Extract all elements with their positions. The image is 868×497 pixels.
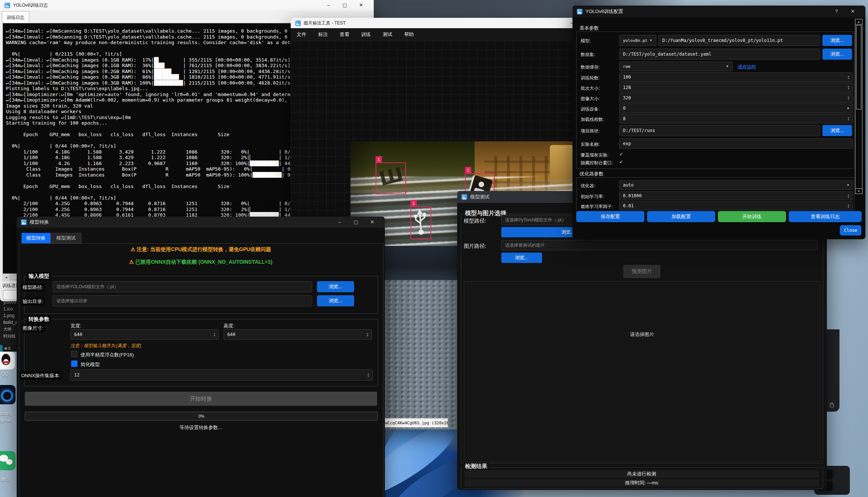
scroll-down-icon[interactable]: ▼ [855,188,862,194]
dataset-input[interactable]: D:/TEST/yolo_dataset/dataset.yaml [619,49,820,60]
hide-console-checkbox[interactable]: ✓ [619,159,623,165]
menu-annotate[interactable]: 标注 [312,31,334,38]
spinner-arrows[interactable] [367,373,369,377]
file-item[interactable]: build_a [0,319,17,326]
timeline-section[interactable]: 时间线 [0,333,17,340]
menu-test[interactable]: 测试 [377,31,398,38]
file-item[interactable]: 1.ico [0,306,17,312]
imgsz-input[interactable]: 320 [619,93,853,103]
status-bar[interactable]: 0 [0,345,17,352]
desktop-icon-wechat[interactable] [0,451,16,470]
spinner-arrows[interactable] [848,116,849,121]
window-title: 模型转换 [30,219,49,226]
log-tab[interactable]: 训练日志 [2,11,29,23]
scroll-thumb[interactable] [856,25,861,109]
spinner-arrows[interactable] [848,75,849,79]
model-combobox[interactable]: yolov8n.pt [619,35,656,46]
app-icon [577,9,582,14]
tab-test[interactable]: 模型测试 [50,233,82,243]
lrf-input[interactable]: 0.01 [619,201,853,210]
browse-model-button[interactable]: 浏览... [822,35,852,46]
overwrite-label: 覆盖现有实验: [581,152,608,158]
app-icon [462,194,467,200]
placeholder-text: 请选择输出目录 [56,298,88,304]
optimizer-combobox[interactable]: auto [619,180,853,190]
load-config-button[interactable]: 加载配置 [647,211,715,222]
workers-input[interactable]: 8 [619,114,853,124]
bounding-box[interactable]: 1 Ш [376,162,406,194]
lr0-input[interactable]: 0.01000 [619,191,853,200]
spinner-arrows[interactable] [848,85,849,90]
spinner-arrows[interactable] [848,96,849,100]
exp-name-input[interactable]: exp [619,138,853,149]
maximize-button[interactable] [337,0,353,10]
height-input[interactable]: 640 [224,329,372,340]
output-dir-input[interactable]: 请选择输出目录 [53,295,312,306]
image-path-input[interactable]: 请选择要测试的图片 [501,240,818,250]
epochs-input[interactable]: 100 [619,72,853,82]
close-dialog-button[interactable]: Close [840,225,861,236]
device-label: 训练设备: [581,106,600,112]
cache-help-link[interactable]: 缓存说明 [738,64,756,70]
spinner-arrows[interactable] [848,194,849,198]
help-button[interactable] [828,6,845,17]
overwrite-checkbox[interactable]: ✓ [619,151,623,157]
menu-view[interactable]: 查看 [334,31,355,38]
tab-conversion[interactable]: 模型转换 [22,233,50,243]
conversion-params-group-label: 转换参数 [27,315,51,323]
minimize-button[interactable] [320,0,337,10]
browse-dataset-button[interactable]: 浏览... [822,49,852,60]
model-conversion-window: 模型转换 模型转换 模型测试 注意: 当前使用CPU模式进行模型转换，避免GPU… [17,217,385,497]
browse-image-button[interactable]: 浏览... [501,253,542,263]
desktop-icon-samsung-magician[interactable] [0,385,16,404]
batch-label: 批次大小: [581,85,600,92]
errors-icon [4,346,7,351]
preview-image-area[interactable]: 请选择图片 [464,281,820,462]
fp16-checkbox[interactable] [71,351,77,357]
close-button[interactable] [353,0,369,10]
onnx-warning: 已禁用ONNX自动下载依赖 (ONNX_NO_AUTOINSTALL=1) [17,259,385,266]
scroll-left-icon[interactable] [3,274,10,280]
browse-output-button[interactable]: 浏览... [317,295,354,306]
view-training-log-button[interactable]: 查看训练日志 [789,211,862,222]
simplify-checkbox[interactable] [71,361,77,367]
menu-file[interactable]: 文件 [291,31,312,38]
desktop-icon-label: QQ [1,372,9,377]
button-label: 开始训练 [742,213,762,220]
project-input[interactable]: D:/TEST/runs [619,125,820,136]
config-scrollbar[interactable]: ▲ ▼ [855,19,862,194]
minimize-button[interactable] [331,217,348,227]
outline-section[interactable]: 大纲 [0,326,17,333]
start-conversion-button[interactable]: 开始转换 [25,392,377,406]
menu-help[interactable]: 帮助 [398,31,420,38]
close-button[interactable] [845,6,861,17]
device-combobox[interactable]: 0 [619,103,853,113]
batch-input[interactable]: 128 [619,83,853,92]
scroll-up-icon[interactable]: ▲ [855,19,862,24]
placeholder-text: 请选择要测试的图片 [505,242,545,249]
model-label: 模型: [581,38,591,44]
width-input[interactable]: 640 [70,329,219,340]
spinner-arrows[interactable] [367,332,368,337]
menu-train[interactable]: 训练 [355,31,377,38]
button-label: 浏览... [831,51,844,57]
close-button[interactable] [364,217,380,227]
spinner-arrows[interactable] [214,332,215,337]
file-item[interactable]: 1.png [0,312,17,319]
desktop-icon-qq[interactable] [0,352,15,369]
model-path-input[interactable]: 请选择YOLOv8模型文件（.pt） [53,281,312,292]
browse-project-button[interactable]: 浏览... [822,125,852,136]
opset-input[interactable]: 12 [70,369,373,381]
predict-button[interactable]: 预测图片 [623,265,660,278]
wechat-bubble-icon [6,459,13,465]
browse-model-button[interactable]: 浏览... [317,281,354,292]
bounding-box[interactable]: 1 [410,206,431,239]
model-path-input[interactable]: D:/YuanMa/yolov8_traecmd/yolov8_pt/yolo1… [659,35,820,46]
spinner-arrows[interactable] [848,204,849,208]
lr0-label: 初始学习率: [581,194,604,200]
start-training-button[interactable]: 开始训练 [718,211,786,222]
cache-combobox[interactable]: ram [619,62,733,71]
maximize-button[interactable] [348,217,364,227]
save-config-button[interactable]: 保存配置 [576,211,644,222]
button-label: 加载配置 [671,213,691,220]
